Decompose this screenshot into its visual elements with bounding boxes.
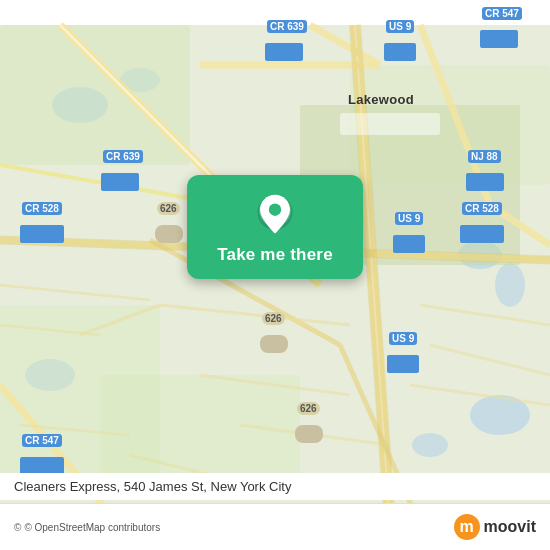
svg-rect-46 [101, 173, 139, 191]
svg-rect-52 [260, 335, 288, 353]
svg-point-7 [412, 433, 448, 457]
city-label-lakewood: Lakewood [348, 92, 414, 107]
location-text: Cleaners Express, 540 James St, New York… [14, 479, 291, 494]
svg-rect-49 [466, 173, 504, 191]
road-label-626-bot2: 626 [297, 402, 320, 415]
moovit-name: moovit [484, 518, 536, 536]
pin-icon [253, 193, 297, 237]
svg-rect-51 [460, 225, 504, 243]
green-box: Take me there [187, 175, 363, 279]
svg-rect-48 [155, 225, 183, 243]
svg-point-4 [495, 263, 525, 307]
svg-rect-53 [387, 355, 419, 373]
road-label-cr547-top: CR 547 [482, 7, 522, 20]
map-container: CR 639 US 9 CR 547 CR 639 CR 528 626 NJ … [0, 0, 550, 550]
road-label-nj88: NJ 88 [468, 150, 501, 163]
location-label: Cleaners Express, 540 James St, New York… [0, 473, 550, 500]
road-label-cr547-bot: CR 547 [22, 434, 62, 447]
svg-rect-8 [0, 25, 190, 165]
road-label-cr639-left: CR 639 [103, 150, 143, 163]
svg-rect-55 [295, 425, 323, 443]
road-label-us9-bot: US 9 [389, 332, 417, 345]
road-label-cr528-right: CR 528 [462, 202, 502, 215]
svg-point-58 [269, 204, 281, 216]
road-label-us9-mid: US 9 [395, 212, 423, 225]
moovit-m-badge: m [454, 514, 480, 540]
take-me-there-button[interactable]: Take me there [217, 245, 333, 265]
moovit-logo: m moovit [454, 514, 536, 540]
road-label-cr528-left: CR 528 [22, 202, 62, 215]
svg-rect-50 [393, 235, 425, 253]
svg-rect-45 [480, 30, 518, 48]
svg-rect-47 [20, 225, 64, 243]
svg-rect-43 [265, 43, 303, 61]
road-label-us9-top: US 9 [386, 20, 414, 33]
road-label-626-mid: 626 [157, 202, 180, 215]
road-label-cr639-top: CR 639 [267, 20, 307, 33]
copyright-symbol: © [14, 522, 21, 533]
action-card: Take me there [187, 175, 363, 279]
osm-attribution: © OpenStreetMap contributors [24, 522, 160, 533]
road-label-626-bot1: 626 [262, 312, 285, 325]
attribution: © © OpenStreetMap contributors [14, 522, 160, 533]
svg-rect-42 [340, 113, 440, 135]
svg-rect-44 [384, 43, 416, 61]
bottom-bar: © © OpenStreetMap contributors m moovit [0, 503, 550, 550]
